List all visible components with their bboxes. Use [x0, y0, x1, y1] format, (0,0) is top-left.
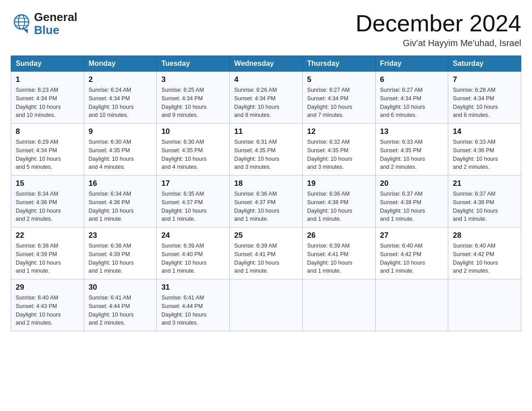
day-info: Sunrise: 6:34 AMSunset: 4:36 PMDaylight:… [16, 190, 79, 223]
calendar-cell: 1Sunrise: 6:23 AMSunset: 4:34 PMDaylight… [11, 72, 84, 124]
header-cell-saturday: Saturday [448, 56, 521, 72]
calendar-cell: 11Sunrise: 6:31 AMSunset: 4:35 PMDayligh… [230, 124, 303, 176]
calendar-week-2: 8Sunrise: 6:29 AMSunset: 4:34 PMDaylight… [11, 124, 521, 176]
day-info: Sunrise: 6:41 AMSunset: 4:44 PMDaylight:… [89, 294, 152, 327]
calendar-cell: 13Sunrise: 6:33 AMSunset: 4:35 PMDayligh… [375, 124, 448, 176]
calendar-cell: 17Sunrise: 6:35 AMSunset: 4:37 PMDayligh… [157, 176, 230, 227]
calendar-cell: 5Sunrise: 6:27 AMSunset: 4:34 PMDaylight… [302, 72, 375, 124]
day-info: Sunrise: 6:28 AMSunset: 4:34 PMDaylight:… [453, 86, 516, 120]
calendar-table: SundayMondayTuesdayWednesdayThursdayFrid… [11, 56, 521, 331]
day-info: Sunrise: 6:39 AMSunset: 4:40 PMDaylight:… [161, 242, 225, 275]
day-number: 5 [307, 75, 371, 84]
header-cell-tuesday: Tuesday [157, 56, 230, 72]
calendar-cell: 26Sunrise: 6:39 AMSunset: 4:41 PMDayligh… [302, 227, 375, 279]
calendar-header: SundayMondayTuesdayWednesdayThursdayFrid… [11, 56, 521, 72]
day-number: 26 [307, 231, 371, 240]
calendar-cell: 18Sunrise: 6:36 AMSunset: 4:37 PMDayligh… [230, 176, 303, 227]
day-info: Sunrise: 6:39 AMSunset: 4:41 PMDaylight:… [307, 242, 371, 275]
day-number: 3 [161, 75, 225, 84]
day-number: 16 [89, 179, 152, 188]
header-cell-wednesday: Wednesday [230, 56, 303, 72]
calendar-cell: 31Sunrise: 6:41 AMSunset: 4:44 PMDayligh… [157, 279, 230, 331]
calendar-cell: 24Sunrise: 6:39 AMSunset: 4:40 PMDayligh… [157, 227, 230, 279]
day-number: 28 [453, 231, 516, 240]
day-number: 18 [234, 179, 298, 188]
logo-icon [11, 13, 32, 34]
day-info: Sunrise: 6:37 AMSunset: 4:38 PMDaylight:… [380, 190, 444, 223]
calendar-week-1: 1Sunrise: 6:23 AMSunset: 4:34 PMDaylight… [11, 72, 521, 124]
day-number: 7 [453, 75, 516, 84]
page-header: General Blue December 2024 Giv'at Hayyim… [11, 11, 521, 48]
day-info: Sunrise: 6:33 AMSunset: 4:36 PMDaylight:… [453, 138, 516, 171]
day-info: Sunrise: 6:27 AMSunset: 4:34 PMDaylight:… [380, 86, 444, 120]
day-info: Sunrise: 6:34 AMSunset: 4:36 PMDaylight:… [89, 190, 152, 223]
calendar-cell: 4Sunrise: 6:26 AMSunset: 4:34 PMDaylight… [230, 72, 303, 124]
calendar-cell: 20Sunrise: 6:37 AMSunset: 4:38 PMDayligh… [375, 176, 448, 227]
calendar-week-4: 22Sunrise: 6:38 AMSunset: 4:39 PMDayligh… [11, 227, 521, 279]
calendar-cell: 14Sunrise: 6:33 AMSunset: 4:36 PMDayligh… [448, 124, 521, 176]
day-number: 9 [89, 127, 152, 136]
calendar-week-3: 15Sunrise: 6:34 AMSunset: 4:36 PMDayligh… [11, 176, 521, 227]
day-number: 2 [89, 75, 152, 84]
calendar-cell: 9Sunrise: 6:30 AMSunset: 4:35 PMDaylight… [84, 124, 157, 176]
calendar-cell [230, 279, 303, 331]
day-info: Sunrise: 6:25 AMSunset: 4:34 PMDaylight:… [161, 86, 225, 120]
calendar-cell [302, 279, 375, 331]
day-number: 15 [16, 179, 79, 188]
day-info: Sunrise: 6:41 AMSunset: 4:44 PMDaylight:… [161, 294, 225, 327]
calendar-cell: 22Sunrise: 6:38 AMSunset: 4:39 PMDayligh… [11, 227, 84, 279]
day-number: 24 [161, 231, 225, 240]
day-number: 27 [380, 231, 444, 240]
day-number: 6 [380, 75, 444, 84]
day-info: Sunrise: 6:30 AMSunset: 4:35 PMDaylight:… [161, 138, 225, 171]
day-info: Sunrise: 6:40 AMSunset: 4:42 PMDaylight:… [453, 242, 516, 275]
svg-marker-5 [23, 29, 28, 34]
day-number: 21 [453, 179, 516, 188]
day-info: Sunrise: 6:37 AMSunset: 4:38 PMDaylight:… [453, 190, 516, 223]
day-info: Sunrise: 6:38 AMSunset: 4:39 PMDaylight:… [89, 242, 152, 275]
day-number: 29 [16, 283, 79, 292]
calendar-cell: 7Sunrise: 6:28 AMSunset: 4:34 PMDaylight… [448, 72, 521, 124]
calendar-cell: 12Sunrise: 6:32 AMSunset: 4:35 PMDayligh… [302, 124, 375, 176]
calendar-cell: 25Sunrise: 6:39 AMSunset: 4:41 PMDayligh… [230, 227, 303, 279]
header-cell-monday: Monday [84, 56, 157, 72]
calendar-cell: 19Sunrise: 6:36 AMSunset: 4:38 PMDayligh… [302, 176, 375, 227]
day-number: 19 [307, 179, 371, 188]
calendar-cell: 10Sunrise: 6:30 AMSunset: 4:35 PMDayligh… [157, 124, 230, 176]
calendar-cell: 15Sunrise: 6:34 AMSunset: 4:36 PMDayligh… [11, 176, 84, 227]
calendar-cell: 16Sunrise: 6:34 AMSunset: 4:36 PMDayligh… [84, 176, 157, 227]
month-title: December 2024 [356, 11, 521, 36]
day-number: 11 [234, 127, 298, 136]
calendar-cell: 27Sunrise: 6:40 AMSunset: 4:42 PMDayligh… [375, 227, 448, 279]
day-number: 31 [161, 283, 225, 292]
logo-general-text: General [34, 10, 77, 24]
header-cell-friday: Friday [375, 56, 448, 72]
day-info: Sunrise: 6:40 AMSunset: 4:42 PMDaylight:… [380, 242, 444, 275]
day-info: Sunrise: 6:35 AMSunset: 4:37 PMDaylight:… [161, 190, 225, 223]
calendar-cell: 2Sunrise: 6:24 AMSunset: 4:34 PMDaylight… [84, 72, 157, 124]
day-info: Sunrise: 6:39 AMSunset: 4:41 PMDaylight:… [234, 242, 298, 275]
day-info: Sunrise: 6:40 AMSunset: 4:43 PMDaylight:… [16, 294, 79, 327]
calendar-cell [375, 279, 448, 331]
day-number: 4 [234, 75, 298, 84]
calendar-cell [448, 279, 521, 331]
calendar-cell: 6Sunrise: 6:27 AMSunset: 4:34 PMDaylight… [375, 72, 448, 124]
calendar-cell: 21Sunrise: 6:37 AMSunset: 4:38 PMDayligh… [448, 176, 521, 227]
day-info: Sunrise: 6:36 AMSunset: 4:38 PMDaylight:… [307, 190, 371, 223]
day-number: 17 [161, 179, 225, 188]
calendar-week-5: 29Sunrise: 6:40 AMSunset: 4:43 PMDayligh… [11, 279, 521, 331]
title-block: December 2024 Giv'at Hayyim Me'uhad, Isr… [356, 11, 521, 48]
location-title: Giv'at Hayyim Me'uhad, Israel [356, 38, 521, 48]
header-cell-sunday: Sunday [11, 56, 84, 72]
day-number: 25 [234, 231, 298, 240]
logo: General Blue [11, 11, 77, 36]
day-info: Sunrise: 6:38 AMSunset: 4:39 PMDaylight:… [16, 242, 79, 275]
day-info: Sunrise: 6:32 AMSunset: 4:35 PMDaylight:… [307, 138, 371, 171]
day-info: Sunrise: 6:29 AMSunset: 4:34 PMDaylight:… [16, 138, 79, 171]
day-number: 1 [16, 75, 79, 84]
day-number: 12 [307, 127, 371, 136]
day-info: Sunrise: 6:24 AMSunset: 4:34 PMDaylight:… [89, 86, 152, 120]
day-number: 10 [161, 127, 225, 136]
day-info: Sunrise: 6:27 AMSunset: 4:34 PMDaylight:… [307, 86, 371, 120]
header-row: SundayMondayTuesdayWednesdayThursdayFrid… [11, 56, 521, 72]
